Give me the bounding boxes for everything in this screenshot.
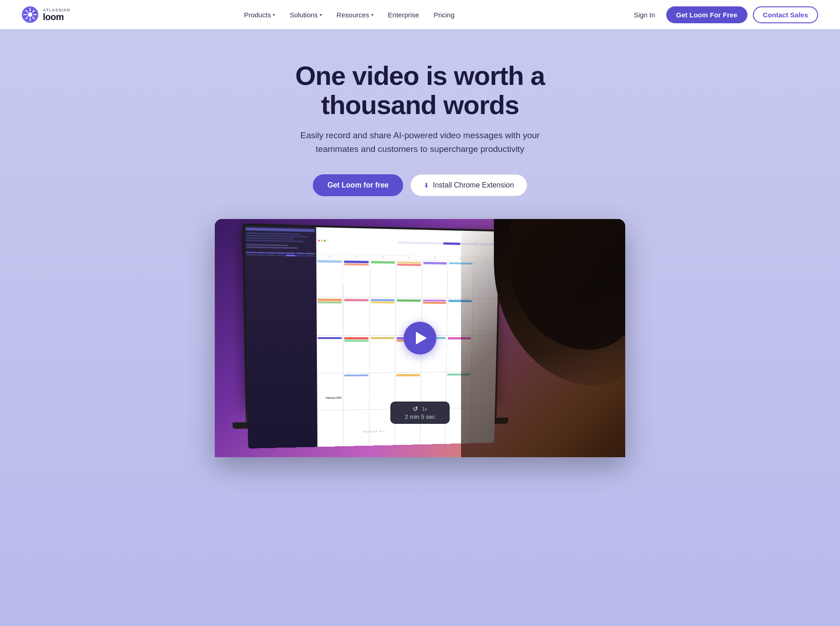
nav-item-solutions[interactable]: Solutions ▾ [290,11,322,19]
cal-event [317,299,342,302]
cal-day-cell [396,260,422,298]
cal-event [371,337,394,339]
chevron-down-icon: ▾ [273,12,275,17]
cal-event [371,299,395,301]
day-header: 24 [396,256,422,260]
cal-event [423,302,446,304]
mini-cal-cell [286,255,295,256]
traffic-light-red [318,240,320,242]
download-icon: ⬇ [424,182,429,189]
mini-cal-cell [276,255,285,256]
cal-event [371,261,395,264]
cal-day-cell [343,336,369,373]
cal-event [397,264,421,266]
nav-item-products[interactable]: Products ▾ [244,11,275,19]
install-chrome-extension-button[interactable]: ⬇ Install Chrome Extension [410,174,527,196]
cal-event [317,260,342,263]
day-header: 25 [422,256,448,261]
cal-day-cell [316,259,342,297]
hero-headline: One video is worth a thousand words [238,61,602,120]
loom-logo-icon [22,6,38,23]
mini-cal-cell [296,255,305,256]
hero-subtext: Easily record and share AI-powered video… [297,129,543,156]
mini-cal-cell [306,253,315,254]
day-header: 21 [316,255,343,259]
navbar: ATLASSIAN loom Products ▾ Solutions ▾ Re… [0,0,840,29]
mini-cal-cell [256,252,266,254]
mini-cal-cell [286,252,295,254]
cal-day-cell [369,336,395,373]
video-info-badge: ↺ 1x 2 min 5 sec [390,402,450,424]
toolbar-control [398,241,442,245]
loom-label: loom [43,12,70,21]
traffic-light-yellow [321,240,322,242]
cal-event [396,374,420,376]
cal-event [317,302,342,303]
cal-day-cell [420,372,446,405]
mini-cal-cell [246,254,256,256]
cal-day-cell [316,336,343,373]
cal-event [317,337,342,339]
cal-day-cell [370,298,396,335]
cal-day-cell [316,297,343,335]
calendar-sidebar [244,225,317,405]
get-loom-free-hero-button[interactable]: Get Loom for free [313,174,403,196]
nav-item-resources[interactable]: Resources ▾ [337,11,373,19]
cal-event [397,300,420,302]
mini-cal-cell [256,254,266,256]
replay-icon: ↺ [413,405,418,412]
cal-day-cell [370,260,396,297]
nav-item-pricing[interactable]: Pricing [434,11,455,19]
get-loom-free-button[interactable]: Get Loom For Free [666,6,747,23]
hero-buttons: Get Loom for free ⬇ Install Chrome Exten… [9,174,831,196]
logo-link[interactable]: ATLASSIAN loom [22,6,70,23]
cal-event [344,299,368,302]
day-header: 23 [370,256,396,260]
mini-cal-cell [266,255,276,256]
cal-day-cell [317,373,343,405]
cal-event [344,264,368,266]
toolbar-active-tab [443,242,461,245]
sidebar-item [246,244,288,246]
cal-event [344,375,368,376]
cal-day-cell [343,259,369,297]
calendar-month-label: February 2022 [325,396,343,400]
sidebar-item [246,228,315,232]
cal-event [371,302,395,303]
hero-section: One video is worth a thousand words Easi… [0,29,840,626]
contact-sales-button[interactable]: Contact Sales [753,6,818,23]
video-badge-top: ↺ 1x [399,405,441,412]
cal-day-cell [369,373,395,405]
sidebar-item [246,240,304,242]
sign-in-button[interactable]: Sign In [628,7,661,22]
playback-speed: 1x [422,406,427,412]
play-triangle-icon [416,332,427,344]
cal-event [344,340,368,342]
nav-links: Products ▾ Solutions ▾ Resources ▾ Enter… [244,11,455,19]
video-wrapper: 21 22 23 24 25 26 27 [215,219,625,457]
video-duration: 2 min 5 sec [399,413,441,420]
mini-cal-cell [276,252,285,254]
nav-actions: Sign In Get Loom For Free Contact Sales [628,6,818,23]
mini-cal-cell [246,252,256,254]
cal-day-cell [395,373,421,405]
mini-cal-cell [266,252,275,254]
mini-cal-cell [296,253,305,255]
cal-event [423,300,446,302]
chevron-down-icon: ▾ [320,12,322,17]
chevron-down-icon: ▾ [371,12,373,17]
mini-cal-cell [306,255,315,256]
svg-point-9 [28,12,32,17]
person-overlay [461,219,625,457]
cal-event [344,337,368,339]
day-header: 22 [343,255,369,259]
play-button[interactable] [404,322,436,355]
nav-item-enterprise[interactable]: Enterprise [388,11,419,19]
traffic-light-green [324,240,326,242]
cal-day-cell [343,373,369,405]
cal-day-cell [343,298,369,335]
mini-calendar-row [246,254,315,257]
cal-event [423,262,447,265]
cal-day-cell [422,261,448,298]
video-container: 21 22 23 24 25 26 27 [215,219,625,457]
